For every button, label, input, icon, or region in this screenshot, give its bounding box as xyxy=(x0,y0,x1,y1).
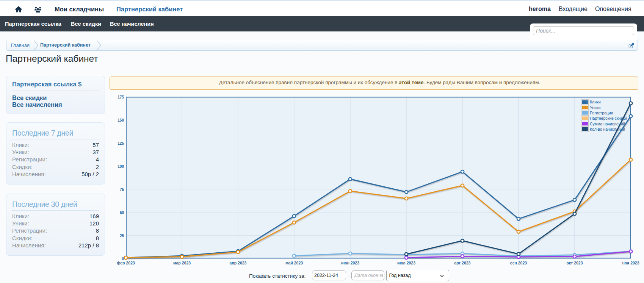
svg-text:фев 2023: фев 2023 xyxy=(117,261,135,265)
svg-text:75: 75 xyxy=(120,188,124,192)
svg-text:июн 2023: июн 2023 xyxy=(341,261,359,265)
svg-text:окт 2023: окт 2023 xyxy=(566,261,583,265)
svg-text:май 2023: май 2023 xyxy=(285,261,303,265)
svg-text:ноя 2023: ноя 2023 xyxy=(622,261,639,265)
svg-text:апр 2023: апр 2023 xyxy=(230,261,247,265)
svg-text:мар 2023: мар 2023 xyxy=(173,261,191,265)
svg-text:25: 25 xyxy=(120,234,124,238)
svg-text:Регистрации: Регистрации xyxy=(590,111,613,115)
svg-text:Клики: Клики xyxy=(590,100,601,104)
svg-text:50: 50 xyxy=(120,211,124,215)
svg-text:сен 2023: сен 2023 xyxy=(510,261,527,265)
svg-text:150: 150 xyxy=(118,118,124,122)
svg-text:Уники: Уники xyxy=(590,105,600,110)
svg-text:июл 2023: июл 2023 xyxy=(397,261,415,265)
svg-text:авг 2023: авг 2023 xyxy=(454,261,471,265)
svg-text:125: 125 xyxy=(118,141,124,145)
svg-text:100: 100 xyxy=(118,164,124,169)
svg-text:Партнерские скидки: Партнерские скидки xyxy=(590,116,627,120)
svg-text:175: 175 xyxy=(118,95,124,99)
